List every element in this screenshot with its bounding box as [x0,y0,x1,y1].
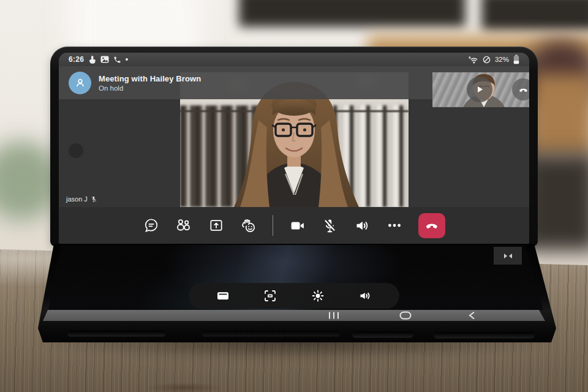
self-view-hangup-button[interactable] [512,78,529,100]
gallery-icon [100,56,109,63]
lower-screen [43,244,551,311]
device-edge-groove [202,331,340,336]
volume-icon [358,288,372,303]
brightness-button[interactable] [311,288,325,303]
scene: 6:26 [0,0,588,392]
phone-call-icon [113,56,121,64]
home-icon [399,311,412,320]
speaker-icon [354,217,371,234]
camera-off-ghost [69,143,83,158]
call-control-bar [59,207,529,244]
reactions-button[interactable] [240,217,257,234]
share-screen-icon [208,217,224,233]
chat-icon [143,217,159,233]
android-nav-bar [42,310,550,321]
do-not-disturb-icon [483,56,491,64]
speaker-button[interactable] [353,217,371,234]
hangup-button[interactable] [418,213,445,238]
collapse-icon [503,253,513,259]
play-icon [475,85,484,94]
nav-home-button[interactable] [396,310,415,321]
recents-icon [328,312,339,319]
mic-off-icon [90,195,97,203]
nav-back-button[interactable] [462,310,481,321]
raise-hand-icon [240,217,257,234]
hangup-icon [424,218,439,233]
mic-off-icon [322,217,338,234]
volume-button[interactable] [358,288,372,303]
flex-mode-panel [189,283,399,309]
wall-art-blur [239,0,466,27]
touch-icon [88,55,96,64]
control-divider [273,215,274,236]
people-icon [175,217,192,234]
brightness-icon [311,288,325,303]
notification-dot-icon [126,58,128,61]
battery-icon [513,55,519,64]
meeting-title: Meeting with Hailey Brown [99,74,201,83]
hangup-icon [518,85,529,95]
camera-button[interactable] [288,217,306,234]
status-bar: 6:26 [59,53,529,66]
more-icon [386,217,402,233]
back-icon [467,311,476,320]
touchpad-icon [216,288,230,303]
share-screen-button[interactable] [208,217,225,234]
participant-label: jason J [66,195,97,203]
flex-panel-collapse-button[interactable] [494,247,522,265]
upper-screen: 6:26 [59,53,529,244]
battery-percent: 32% [495,56,509,63]
participant-name: jason J [66,195,88,203]
nav-recents-button[interactable] [325,310,343,321]
screen-capture-button[interactable] [263,288,277,303]
people-button[interactable] [175,217,192,234]
more-button[interactable] [386,217,403,234]
wall-art-blur [481,0,588,31]
volume-rocker [352,331,413,337]
screen-capture-icon [263,288,277,303]
touchpad-button[interactable] [216,288,230,303]
wifi-calling-icon [469,56,478,64]
device-edge-groove [67,331,165,336]
person-icon [74,77,86,89]
avatar [69,72,91,94]
mic-button[interactable] [321,217,338,234]
clock: 6:26 [69,55,84,64]
camera-on-icon [289,217,306,234]
meeting-status: On hold [99,85,201,92]
chat-button[interactable] [143,217,160,234]
self-view-play-button[interactable] [467,77,492,102]
self-view-tile[interactable] [432,72,529,107]
device-edge-groove [434,332,535,338]
meeting-stage: Meeting with Hailey Brown On hold jason … [59,66,529,207]
